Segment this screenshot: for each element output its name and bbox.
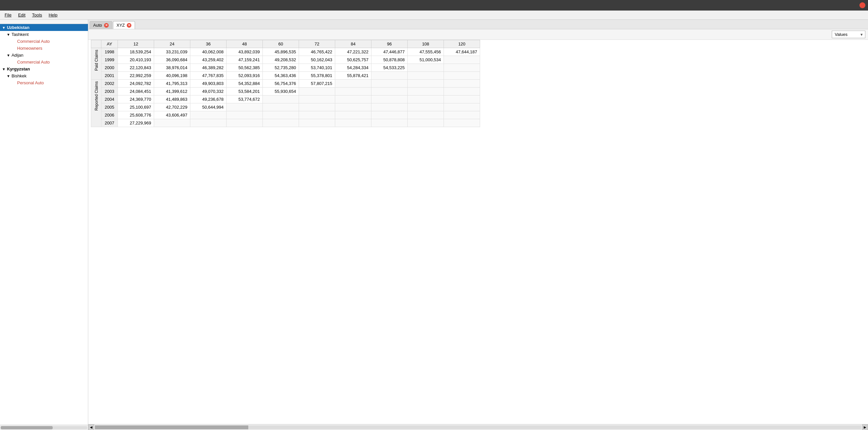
data-cell — [444, 64, 480, 72]
data-cell — [444, 72, 480, 80]
col-header-120: 120 — [444, 40, 480, 48]
data-cell: 50,625,757 — [335, 56, 371, 64]
data-cell: 41,399,612 — [154, 88, 190, 95]
menu-tools[interactable]: Tools — [29, 11, 45, 19]
close-button[interactable] — [860, 2, 865, 8]
data-cell — [154, 119, 190, 127]
bottom-scrollbar[interactable]: ◀ ▶ — [88, 424, 868, 430]
minimize-button[interactable] — [844, 2, 849, 8]
ay-cell: 2005 — [101, 103, 118, 111]
sidebar-item-personal-auto[interactable]: Personal Auto — [0, 79, 88, 86]
data-cell: 40,096,198 — [154, 72, 190, 80]
data-cell — [335, 111, 371, 119]
sidebar-item-label: Adijan — [11, 53, 23, 58]
ay-cell: 2001 — [101, 72, 118, 80]
sidebar-item-bishkek[interactable]: ▼Bishkek — [0, 72, 88, 79]
data-cell — [408, 88, 444, 95]
data-cell: 56,754,376 — [263, 80, 299, 88]
sidebar-item-label: Bishkek — [11, 73, 27, 79]
col-header-108: 108 — [408, 40, 444, 48]
menu-edit[interactable]: Edit — [15, 11, 29, 19]
data-cell — [408, 103, 444, 111]
data-cell — [335, 88, 371, 95]
data-cell: 25,608,776 — [118, 111, 154, 119]
table-row: 200727,229,969 — [91, 119, 480, 127]
tab-close-button[interactable]: ✕ — [127, 23, 131, 28]
data-cell — [371, 111, 408, 119]
data-cell: 18,539,254 — [118, 48, 154, 56]
tab-auto[interactable]: Auto✕ — [90, 21, 112, 29]
tree-arrow-icon: ▼ — [2, 26, 6, 30]
col-header-72: 72 — [299, 40, 335, 48]
data-cell: 22,992,259 — [118, 72, 154, 80]
tabs-bar: Auto✕XYZ✕ — [88, 20, 868, 29]
menu-help[interactable]: Help — [45, 11, 61, 19]
sidebar-item-commercial-auto-1[interactable]: Commercial Auto — [0, 38, 88, 45]
data-cell — [444, 80, 480, 88]
tab-xyz[interactable]: XYZ✕ — [113, 21, 135, 29]
sidebar-item-label: Commercial Auto — [17, 60, 50, 64]
sidebar-item-tashkent[interactable]: ▼Tashkent — [0, 31, 88, 38]
sidebar-tree: ▼Uzbekistan▼TashkentCommercial AutoHomeo… — [0, 24, 88, 425]
menubar: File Edit Tools Help — [0, 10, 868, 20]
data-cell: 50,878,808 — [371, 56, 408, 64]
data-cell: 54,352,884 — [226, 80, 263, 88]
sidebar-item-kyrgyzstan[interactable]: ▼Kyrgyzstan — [0, 65, 88, 72]
data-cell: 50,162,043 — [299, 56, 335, 64]
data-cell — [299, 103, 335, 111]
sidebar-item-adijan[interactable]: ▼Adijan — [0, 52, 88, 59]
ay-cell: 2007 — [101, 119, 118, 127]
col-header-84: 84 — [335, 40, 371, 48]
sidebar-hscroll-track[interactable] — [1, 426, 87, 429]
values-dropdown[interactable]: Values Cumulative Incremental — [832, 31, 865, 38]
data-cell — [190, 119, 226, 127]
table-row: 200122,992,25940,096,19847,767,83552,093… — [91, 72, 480, 80]
scroll-left-button[interactable]: ◀ — [88, 424, 94, 430]
data-table: AY1224364860728496108120Paid Claims19981… — [91, 40, 480, 127]
scroll-track[interactable] — [95, 425, 861, 429]
sidebar-hscroll-thumb — [1, 426, 53, 429]
data-cell — [408, 95, 444, 103]
data-cell: 25,100,697 — [118, 103, 154, 111]
maximize-button[interactable] — [851, 2, 858, 8]
table-row: 200525,100,69742,702,22950,644,994 — [91, 103, 480, 111]
titlebar — [0, 0, 868, 10]
table-row: Reported Claims200224,092,78241,795,3134… — [91, 80, 480, 88]
data-cell — [408, 80, 444, 88]
sidebar-item-label: Commercial Auto — [17, 39, 50, 44]
tree-arrow-icon: ▼ — [7, 33, 10, 36]
scroll-right-button[interactable]: ▶ — [862, 424, 868, 430]
col-header-24: 24 — [154, 40, 190, 48]
menu-file[interactable]: File — [1, 11, 15, 19]
sidebar: ▼Uzbekistan▼TashkentCommercial AutoHomeo… — [0, 20, 88, 430]
data-cell: 42,702,229 — [154, 103, 190, 111]
data-cell: 49,070,332 — [190, 88, 226, 95]
sidebar-item-homeowners[interactable]: Homeowners — [0, 45, 88, 52]
table-row: 199920,410,19336,090,68443,259,40247,159… — [91, 56, 480, 64]
data-cell: 53,774,672 — [226, 95, 263, 103]
data-cell — [444, 119, 480, 127]
data-cell — [371, 88, 408, 95]
data-cell — [299, 119, 335, 127]
data-cell: 41,795,313 — [154, 80, 190, 88]
tree-arrow-icon: ▼ — [7, 74, 10, 78]
data-cell: 47,644,187 — [444, 48, 480, 56]
data-cell — [263, 103, 299, 111]
table-container[interactable]: AY1224364860728496108120Paid Claims19981… — [88, 40, 868, 424]
col-header-48: 48 — [226, 40, 263, 48]
sidebar-item-commercial-auto-2[interactable]: Commercial Auto — [0, 59, 88, 65]
sidebar-item-label: Personal Auto — [17, 80, 44, 85]
data-cell — [371, 119, 408, 127]
sidebar-item-label: Kyrgyzstan — [7, 66, 30, 71]
data-cell: 55,378,801 — [299, 72, 335, 80]
sidebar-item-uzbekistan[interactable]: ▼Uzbekistan — [0, 24, 88, 31]
ay-cell: 2006 — [101, 111, 118, 119]
ay-cell: 2003 — [101, 88, 118, 95]
data-cell: 24,084,451 — [118, 88, 154, 95]
tab-close-button[interactable]: ✕ — [104, 23, 108, 28]
ay-cell: 1998 — [101, 48, 118, 56]
data-cell: 24,369,770 — [118, 95, 154, 103]
sidebar-scrollbar[interactable] — [0, 425, 88, 430]
col-header-96: 96 — [371, 40, 408, 48]
data-cell — [444, 95, 480, 103]
